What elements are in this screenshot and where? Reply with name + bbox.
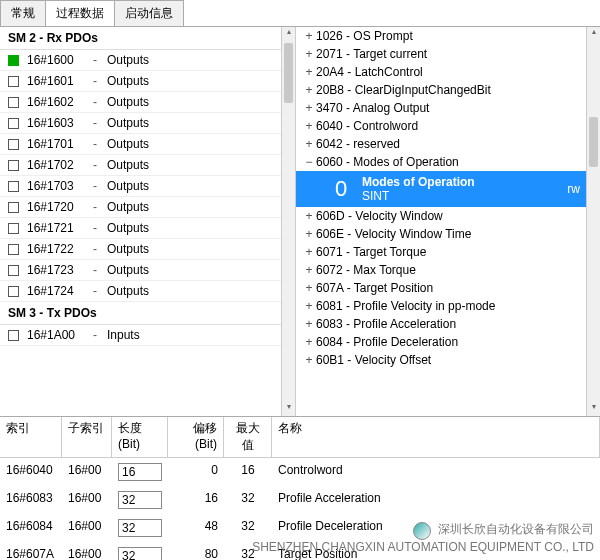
expand-icon[interactable]: +: [302, 227, 316, 241]
tab-process-data[interactable]: 过程数据: [45, 0, 115, 26]
scroll-thumb[interactable]: [284, 43, 293, 103]
expand-icon[interactable]: +: [302, 353, 316, 367]
checkbox[interactable]: [8, 55, 19, 66]
col-length[interactable]: 长度(Bit): [112, 417, 168, 457]
pdo-row[interactable]: 16#1723-Outputs: [0, 260, 295, 281]
main-split: SM 2 - Rx PDOs16#1600-Outputs16#1601-Out…: [0, 27, 600, 417]
col-name[interactable]: 名称: [272, 417, 600, 457]
checkbox[interactable]: [8, 265, 19, 276]
dash: -: [93, 116, 107, 130]
tab-general[interactable]: 常规: [0, 0, 46, 26]
scroll-down-icon[interactable]: ▾: [282, 402, 295, 416]
tree-item[interactable]: +6042 - reserved: [296, 135, 600, 153]
tree-item-label: 6040 - Controlword: [316, 119, 594, 133]
checkbox[interactable]: [8, 286, 19, 297]
expand-icon[interactable]: +: [302, 137, 316, 151]
pdo-row[interactable]: 16#1721-Outputs: [0, 218, 295, 239]
pdo-row[interactable]: 16#1600-Outputs: [0, 50, 295, 71]
tree-item[interactable]: +6040 - Controlword: [296, 117, 600, 135]
scroll-down-icon[interactable]: ▾: [587, 402, 600, 416]
expand-icon[interactable]: +: [302, 83, 316, 97]
scrollbar-right[interactable]: ▴ ▾: [586, 27, 600, 416]
expand-icon[interactable]: +: [302, 209, 316, 223]
grid-row[interactable]: 16#604016#00016Controlword: [0, 458, 600, 486]
pdo-row[interactable]: 16#1703-Outputs: [0, 176, 295, 197]
tree-item-label: 20B8 - ClearDigInputChangedBit: [316, 83, 594, 97]
expand-icon[interactable]: +: [302, 245, 316, 259]
expand-icon[interactable]: +: [302, 47, 316, 61]
dash: -: [93, 137, 107, 151]
grid-row[interactable]: 16#608316#001632Profile Acceleration: [0, 486, 600, 514]
tree-item[interactable]: +6081 - Profile Velocity in pp-mode: [296, 297, 600, 315]
checkbox[interactable]: [8, 97, 19, 108]
length-input[interactable]: [118, 519, 162, 537]
expand-icon[interactable]: +: [302, 335, 316, 349]
col-index[interactable]: 索引: [0, 417, 62, 457]
tree-item[interactable]: +6072 - Max Torque: [296, 261, 600, 279]
checkbox[interactable]: [8, 160, 19, 171]
checkbox[interactable]: [8, 139, 19, 150]
tree-item[interactable]: +60B1 - Velocity Offset: [296, 351, 600, 369]
col-maxvalue[interactable]: 最大值: [224, 417, 272, 457]
pdo-row[interactable]: 16#1724-Outputs: [0, 281, 295, 302]
tree-item[interactable]: +606D - Velocity Window: [296, 207, 600, 225]
scroll-thumb[interactable]: [589, 117, 598, 167]
tree-item[interactable]: +607A - Target Position: [296, 279, 600, 297]
checkbox[interactable]: [8, 118, 19, 129]
checkbox[interactable]: [8, 202, 19, 213]
expand-icon[interactable]: +: [302, 299, 316, 313]
expand-icon[interactable]: +: [302, 119, 316, 133]
grid-row[interactable]: 16#607A16#008032Target Position: [0, 542, 600, 560]
checkbox[interactable]: [8, 244, 19, 255]
checkbox[interactable]: [8, 330, 19, 341]
tree-item[interactable]: +2071 - Target current: [296, 45, 600, 63]
pdo-index: 16#1720: [27, 200, 93, 214]
dash: -: [93, 53, 107, 67]
tree-item[interactable]: +1026 - OS Prompt: [296, 27, 600, 45]
tree-item[interactable]: +20B8 - ClearDigInputChangedBit: [296, 81, 600, 99]
length-input[interactable]: [118, 491, 162, 509]
tree-item[interactable]: −6060 - Modes of Operation: [296, 153, 600, 171]
pdo-row[interactable]: 16#1601-Outputs: [0, 71, 295, 92]
length-input[interactable]: [118, 463, 162, 481]
pdo-row[interactable]: 16#1602-Outputs: [0, 92, 295, 113]
length-input[interactable]: [118, 547, 162, 560]
tab-boot-info[interactable]: 启动信息: [114, 0, 184, 26]
pdo-row[interactable]: 16#1A00-Inputs: [0, 325, 295, 346]
expand-icon[interactable]: +: [302, 317, 316, 331]
checkbox[interactable]: [8, 181, 19, 192]
pdo-row[interactable]: 16#1701-Outputs: [0, 134, 295, 155]
col-offset[interactable]: 偏移(Bit): [168, 417, 224, 457]
checkbox[interactable]: [8, 223, 19, 234]
expand-icon[interactable]: +: [302, 263, 316, 277]
tree-item[interactable]: +6083 - Profile Acceleration: [296, 315, 600, 333]
tree-item[interactable]: +6084 - Profile Deceleration: [296, 333, 600, 351]
expand-icon[interactable]: +: [302, 29, 316, 43]
pdo-row[interactable]: 16#1722-Outputs: [0, 239, 295, 260]
grid-row[interactable]: 16#608416#004832Profile Deceleration: [0, 514, 600, 542]
tree-item[interactable]: +6071 - Target Torque: [296, 243, 600, 261]
collapse-icon[interactable]: −: [302, 155, 316, 169]
selected-object[interactable]: 0Modes of OperationSINTrw: [296, 171, 600, 207]
expand-icon[interactable]: +: [302, 281, 316, 295]
tree-item[interactable]: +3470 - Analog Output: [296, 99, 600, 117]
expand-icon[interactable]: +: [302, 65, 316, 79]
sm2-header: SM 2 - Rx PDOs: [0, 27, 295, 50]
col-subindex[interactable]: 子索引: [62, 417, 112, 457]
tree-item-label: 6083 - Profile Acceleration: [316, 317, 594, 331]
scrollbar-left[interactable]: ▴ ▾: [281, 27, 295, 416]
expand-icon[interactable]: +: [302, 101, 316, 115]
tree-item[interactable]: +20A4 - LatchControl: [296, 63, 600, 81]
pdo-name: Outputs: [107, 263, 287, 277]
checkbox[interactable]: [8, 76, 19, 87]
cell-length: [112, 545, 168, 560]
pdo-row[interactable]: 16#1720-Outputs: [0, 197, 295, 218]
scroll-up-icon[interactable]: ▴: [282, 27, 295, 41]
tab-bar: 常规 过程数据 启动信息: [0, 0, 600, 27]
scroll-up-icon[interactable]: ▴: [587, 27, 600, 41]
tree-item-label: 3470 - Analog Output: [316, 101, 594, 115]
pdo-name: Outputs: [107, 95, 287, 109]
pdo-row[interactable]: 16#1603-Outputs: [0, 113, 295, 134]
tree-item[interactable]: +606E - Velocity Window Time: [296, 225, 600, 243]
pdo-row[interactable]: 16#1702-Outputs: [0, 155, 295, 176]
